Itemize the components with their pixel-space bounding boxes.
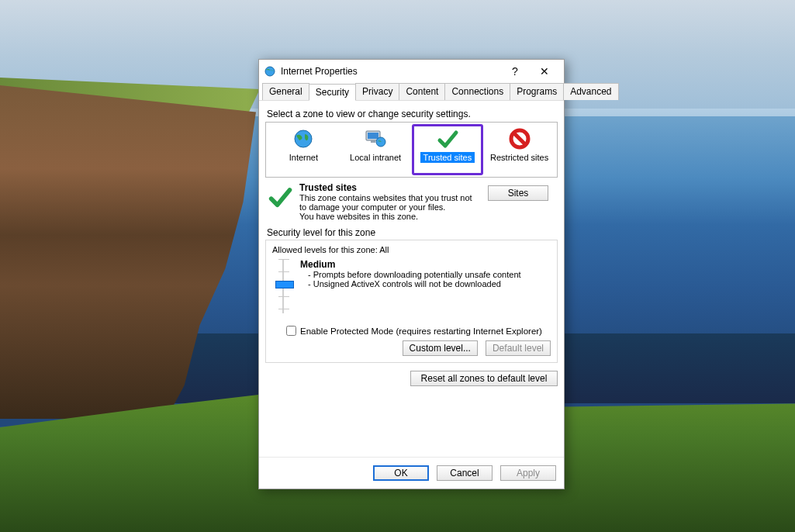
- svg-point-1: [295, 130, 312, 147]
- default-level-button: Default level: [486, 340, 551, 356]
- close-button[interactable]: ✕: [530, 62, 559, 81]
- reset-all-zones-button[interactable]: Reset all zones to default level: [410, 371, 558, 386]
- monitor-globe-icon: [364, 127, 387, 150]
- internet-properties-dialog: Internet Properties ? ✕ General Security…: [258, 59, 565, 489]
- no-entry-icon: [509, 127, 531, 150]
- window-title: Internet Properties: [281, 66, 500, 77]
- security-level-box: Allowed levels for this zone: All Medium…: [265, 240, 558, 363]
- svg-point-0: [265, 67, 275, 76]
- help-button[interactable]: ?: [500, 62, 530, 81]
- cancel-button[interactable]: Cancel: [437, 465, 493, 481]
- svg-rect-4: [371, 140, 375, 143]
- tab-programs[interactable]: Programs: [510, 83, 564, 100]
- zone-local-intranet[interactable]: Local intranet: [341, 126, 410, 174]
- zone-instruction: Select a zone to view or change security…: [267, 109, 556, 119]
- titlebar[interactable]: Internet Properties ? ✕: [259, 60, 564, 83]
- svg-rect-3: [368, 133, 378, 139]
- tab-advanced[interactable]: Advanced: [563, 83, 618, 100]
- security-level-bullet: - Prompts before downloading potentially…: [300, 270, 521, 279]
- protected-mode-checkbox-row[interactable]: Enable Protected Mode (requires restarti…: [286, 326, 551, 336]
- tab-strip: General Security Privacy Content Connect…: [259, 83, 564, 101]
- apply-button: Apply: [500, 465, 556, 481]
- zone-trusted-sites[interactable]: Trusted sites: [413, 126, 482, 174]
- tab-connections[interactable]: Connections: [444, 83, 510, 100]
- tab-privacy[interactable]: Privacy: [355, 83, 399, 100]
- protected-mode-label: Enable Protected Mode (requires restarti…: [300, 326, 542, 336]
- zone-restricted-sites[interactable]: Restricted sites: [485, 126, 554, 174]
- zone-detail: Trusted sites This zone contains website…: [265, 181, 558, 223]
- zone-detail-title: Trusted sites: [299, 182, 480, 193]
- globe-icon: [292, 127, 314, 150]
- zone-list: Internet Local intranet: [265, 122, 558, 178]
- zone-label: Internet: [286, 152, 321, 163]
- zone-internet[interactable]: Internet: [269, 126, 338, 174]
- custom-level-button[interactable]: Custom level...: [403, 340, 478, 356]
- checkmark-icon: [436, 127, 459, 150]
- zone-detail-desc: This zone contains websites that you tru…: [299, 193, 480, 212]
- security-level-name: Medium: [300, 259, 335, 270]
- zone-detail-desc2: You have websites in this zone.: [299, 212, 480, 221]
- zone-label: Local intranet: [347, 152, 404, 163]
- sites-button[interactable]: Sites: [488, 185, 548, 201]
- allowed-levels-label: Allowed levels for this zone: All: [272, 245, 551, 254]
- internet-options-icon: [264, 65, 276, 78]
- security-level-slider[interactable]: [272, 257, 294, 318]
- security-level-bullet: - Unsigned ActiveX controls will not be …: [300, 279, 521, 288]
- tab-general[interactable]: General: [262, 83, 309, 100]
- svg-line-7: [513, 133, 526, 145]
- ok-button[interactable]: OK: [373, 465, 429, 481]
- zone-label: Trusted sites: [420, 152, 475, 163]
- checkmark-icon: [265, 182, 295, 221]
- svg-point-5: [376, 137, 385, 147]
- dialog-footer: OK Cancel Apply: [259, 457, 564, 489]
- zone-label: Restricted sites: [487, 152, 551, 163]
- security-level-label: Security level for this zone: [267, 227, 558, 238]
- security-tab-body: Select a zone to view or change security…: [259, 101, 564, 457]
- tab-security[interactable]: Security: [309, 84, 356, 101]
- tab-content[interactable]: Content: [399, 83, 445, 100]
- protected-mode-checkbox[interactable]: [286, 326, 296, 336]
